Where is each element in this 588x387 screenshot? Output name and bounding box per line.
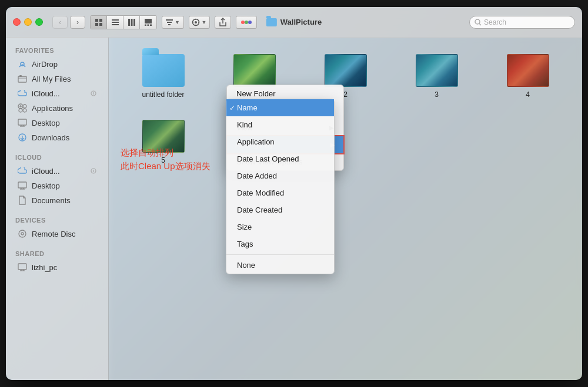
file-item-4[interactable]: 4: [485, 49, 570, 103]
arrange-button[interactable]: ▼: [162, 16, 184, 29]
sidebar-item-desktop2[interactable]: Desktop: [8, 179, 106, 193]
maximize-button[interactable]: [35, 18, 43, 26]
svg-rect-52: [18, 264, 26, 270]
arrange-size[interactable]: Size: [226, 218, 334, 235]
forward-button[interactable]: ›: [70, 16, 85, 29]
sidebar-item-airdrop[interactable]: AirDrop: [8, 57, 106, 71]
downloads-icon: [18, 133, 27, 142]
annotation-line2: 此时Clean Up选项消失: [121, 160, 211, 173]
back-button[interactable]: ‹: [52, 16, 68, 29]
icon-view-button[interactable]: [91, 16, 107, 29]
svg-rect-46: [18, 182, 26, 188]
desktop-icon: [18, 118, 27, 127]
thumb-1: [233, 54, 276, 87]
file-name-2: 2: [343, 90, 348, 99]
arrange-kind[interactable]: Kind: [226, 116, 334, 133]
submenu-arrange: Name Kind Application Date Last Opened D…: [226, 99, 335, 274]
sidebar-section-devices: Devices: [6, 212, 108, 226]
svg-rect-16: [168, 24, 171, 25]
arrange-none[interactable]: None: [226, 257, 334, 274]
sidebar-label-icloud2: iCloud...: [32, 167, 60, 176]
folder-icon-untitled: [142, 54, 185, 87]
view-buttons: [90, 15, 157, 29]
tag-button[interactable]: [236, 16, 257, 29]
sidebar-item-applications[interactable]: Applications: [8, 101, 106, 115]
svg-point-38: [23, 109, 26, 112]
svg-rect-12: [148, 24, 149, 26]
svg-rect-0: [95, 19, 98, 22]
svg-rect-13: [150, 24, 152, 26]
thumb-2: [325, 54, 367, 87]
sidebar-item-icloud[interactable]: iCloud...: [8, 86, 106, 100]
svg-rect-6: [112, 24, 119, 25]
svg-point-23: [241, 21, 245, 24]
desktop2-icon: [18, 181, 27, 190]
remote-disc-icon: [18, 229, 27, 238]
file-item-untitled[interactable]: untitled folder: [121, 49, 206, 103]
action-button[interactable]: ▼: [189, 16, 210, 29]
svg-rect-14: [166, 19, 173, 21]
svg-point-24: [245, 21, 248, 24]
sidebar-section-shared: Shared: [6, 245, 108, 260]
sidebar-label-applications: Applications: [32, 104, 73, 113]
sidebar-label-remote-disc: Remote Disc: [32, 230, 75, 238]
window-title: WallPicture: [280, 18, 322, 26]
svg-rect-3: [99, 23, 102, 26]
annotation: 选择自动排列 此时Clean Up选项消失: [121, 146, 211, 173]
icloud-icon: [18, 89, 27, 98]
sidebar-item-desktop[interactable]: Desktop: [8, 116, 106, 130]
sidebar: Favorites AirDrop All My Files iCloud...: [6, 38, 109, 380]
sidebar-label-all-my-files: All My Files: [32, 75, 71, 83]
sidebar-item-shared-pc[interactable]: lizhi_pc: [8, 260, 106, 274]
traffic-lights: [13, 18, 43, 26]
arrange-date-added[interactable]: Date Added: [226, 167, 334, 184]
icloud2-icon: [18, 166, 27, 176]
sidebar-label-downloads: Downloads: [32, 133, 69, 142]
arrange-name[interactable]: Name: [226, 99, 334, 116]
svg-rect-30: [19, 75, 22, 77]
title-folder-icon: [266, 18, 277, 26]
file-name-3: 3: [435, 90, 439, 99]
arrange-date-modified[interactable]: Date Modified: [226, 184, 334, 201]
share-button[interactable]: [215, 16, 231, 29]
column-view-button[interactable]: [123, 16, 140, 29]
sidebar-label-shared-pc: lizhi_pc: [32, 263, 57, 272]
gallery-view-button[interactable]: [140, 16, 156, 29]
svg-point-26: [475, 19, 480, 24]
svg-rect-1: [99, 19, 102, 22]
arrange-tags[interactable]: Tags: [226, 235, 334, 253]
arrange-date-last-opened[interactable]: Date Last Opened: [226, 150, 334, 167]
svg-rect-4: [112, 19, 119, 21]
sidebar-label-desktop: Desktop: [32, 119, 60, 127]
svg-line-27: [479, 23, 481, 25]
sidebar-item-remote-disc[interactable]: Remote Disc: [8, 227, 106, 241]
shared-pc-icon: [18, 263, 27, 272]
file-item-3[interactable]: 3: [394, 49, 479, 103]
thumb-3: [416, 54, 458, 87]
list-view-button[interactable]: [107, 16, 123, 29]
window-title-area: WallPicture: [266, 18, 322, 26]
svg-rect-29: [18, 76, 26, 82]
sidebar-item-all-my-files[interactable]: All My Files: [8, 72, 106, 86]
airdrop-icon: [18, 59, 27, 69]
all-my-files-icon: [18, 74, 27, 83]
thumb-4: [507, 54, 549, 87]
sidebar-label-documents: Documents: [32, 196, 71, 205]
applications-icon: [18, 103, 27, 113]
svg-rect-15: [167, 22, 172, 23]
minimize-button[interactable]: [24, 18, 32, 26]
sidebar-item-documents[interactable]: Documents: [8, 193, 106, 207]
sidebar-item-downloads[interactable]: Downloads: [8, 130, 106, 144]
close-button[interactable]: [13, 18, 21, 26]
search-box[interactable]: Search: [469, 16, 575, 29]
main-content: Favorites AirDrop All My Files iCloud...: [6, 38, 582, 380]
svg-rect-11: [145, 24, 146, 26]
arrange-application[interactable]: Application: [226, 133, 334, 150]
submenu-separator: [226, 254, 334, 255]
svg-rect-8: [131, 19, 132, 26]
svg-rect-9: [133, 19, 135, 26]
svg-rect-10: [145, 19, 152, 23]
arrange-date-created[interactable]: Date Created: [226, 201, 334, 218]
file-area: 选择自动排列 此时Clean Up选项消失 untitled folder 1 …: [109, 38, 582, 380]
sidebar-item-icloud2[interactable]: iCloud...: [8, 164, 106, 178]
